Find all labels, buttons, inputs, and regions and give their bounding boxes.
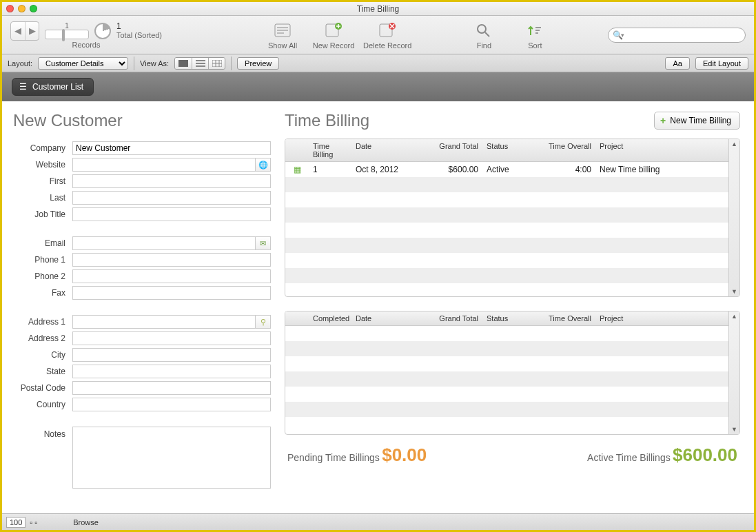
col-grandtotal: Grand Total: [413, 139, 482, 161]
show-all-label: Show All: [268, 41, 297, 50]
breadcrumb-bar: ☰ Customer List: [2, 72, 754, 101]
phone1-label: Phone 1: [13, 255, 72, 265]
scroll-down-icon: ▼: [731, 288, 737, 295]
table-header: Time Billing Date Grand Total Status Tim…: [285, 139, 728, 162]
website-input[interactable]: [72, 158, 256, 172]
company-label: Company: [13, 143, 72, 153]
map-pin-icon[interactable]: ⚲: [256, 315, 271, 329]
view-list-button[interactable]: [192, 58, 208, 69]
row-num: 1: [309, 162, 351, 177]
row-project: New Time billing: [595, 162, 728, 177]
view-form-button[interactable]: [175, 58, 192, 69]
table-scrollbar[interactable]: ▲ ▼: [728, 139, 739, 296]
billing-summary: Pending Time Billings $0.00 Active Time …: [285, 444, 740, 466]
row-total: $600.00: [413, 162, 482, 177]
postal-input[interactable]: [72, 381, 271, 395]
status-bar: 100 ▫ ▫ Browse: [2, 513, 754, 530]
customer-list-label: Customer List: [32, 82, 83, 92]
state-input[interactable]: [72, 365, 271, 378]
email-input[interactable]: [72, 236, 256, 250]
prev-record-button[interactable]: ◀: [11, 22, 25, 40]
customer-list-button[interactable]: ☰ Customer List: [12, 78, 94, 96]
phone1-input[interactable]: [72, 253, 271, 267]
country-input[interactable]: [72, 398, 271, 411]
svg-rect-2: [277, 30, 288, 31]
pending-value: $0.00: [382, 444, 427, 465]
company-input[interactable]: [72, 141, 271, 155]
svg-rect-12: [535, 32, 538, 34]
fax-input[interactable]: [72, 286, 271, 300]
svg-rect-11: [535, 30, 540, 31]
new-time-billing-button[interactable]: + New Time Billing: [654, 112, 740, 130]
show-all-button[interactable]: Show All: [261, 21, 304, 50]
address2-label: Address 2: [13, 334, 72, 343]
zoom-controls[interactable]: ▫ ▫: [30, 518, 37, 526]
scroll-up-icon: ▲: [731, 141, 737, 147]
layout-select[interactable]: Customer Details: [38, 57, 128, 70]
active-value: $600.00: [673, 444, 737, 465]
table-row[interactable]: ▦ 1 Oct 8, 2012 $600.00 Active 4:00 New …: [285, 162, 728, 177]
svg-point-8: [478, 25, 486, 33]
col-completed: Completed: [309, 311, 351, 325]
last-label: Last: [13, 193, 72, 203]
svg-rect-3: [277, 32, 284, 34]
address2-input[interactable]: [72, 331, 271, 345]
find-label: Find: [477, 41, 491, 50]
scroll-up-icon: ▲: [731, 313, 737, 320]
address1-input[interactable]: [72, 315, 256, 329]
layout-label: Layout:: [8, 59, 32, 68]
row-time: 4:00: [535, 162, 595, 177]
col-timebilling: Time Billing: [309, 139, 351, 161]
last-input[interactable]: [72, 191, 271, 205]
pending-label: Pending Time Billings: [287, 452, 380, 463]
col-timeoverall: Time Overall: [535, 139, 595, 161]
svg-rect-14: [196, 60, 205, 61]
viewas-label: View As:: [140, 59, 169, 68]
notes-input[interactable]: [72, 427, 271, 489]
phone2-label: Phone 2: [13, 272, 72, 281]
svg-rect-15: [196, 63, 205, 64]
time-billing-panel: Time Billing + New Time Billing Time Bil…: [285, 101, 754, 513]
search-field[interactable]: 🔍 ▾: [608, 28, 746, 43]
aa-button[interactable]: Aa: [665, 57, 689, 70]
sort-button[interactable]: Sort: [513, 21, 556, 50]
col-timeoverall: Time Overall: [535, 311, 595, 325]
jobtitle-input[interactable]: [72, 207, 271, 221]
globe-icon[interactable]: 🌐: [256, 158, 271, 172]
col-grandtotal: Grand Total: [413, 311, 482, 325]
completed-billing-table: Completed Date Grand Total Status Time O…: [285, 311, 740, 435]
city-input[interactable]: [72, 348, 271, 362]
search-menu-chevron-icon: ▾: [621, 32, 624, 39]
delete-record-button[interactable]: Delete Record: [363, 21, 411, 50]
city-label: City: [13, 350, 72, 360]
preview-button[interactable]: Preview: [237, 57, 279, 70]
col-status: Status: [482, 139, 535, 161]
find-icon: [476, 23, 492, 38]
layout-bar: Layout: Customer Details View As: Previe…: [2, 54, 754, 72]
find-button[interactable]: Find: [462, 21, 505, 50]
record-count: 1: [116, 22, 162, 31]
new-record-icon: [325, 23, 343, 38]
new-record-button[interactable]: New Record: [312, 21, 355, 50]
record-slider-value: 1: [65, 22, 69, 30]
website-label: Website: [13, 160, 72, 170]
email-icon[interactable]: ✉: [256, 236, 271, 250]
view-table-button[interactable]: [208, 58, 225, 69]
record-slider[interactable]: [45, 30, 89, 39]
row-status: Active: [482, 162, 535, 177]
table-scrollbar[interactable]: ▲ ▼: [728, 311, 739, 434]
record-nav: ◀ ▶: [10, 21, 39, 41]
email-label: Email: [13, 238, 72, 248]
col-status: Status: [482, 311, 535, 325]
mode-label: Browse: [73, 518, 99, 526]
first-input[interactable]: [72, 174, 271, 188]
view-as-buttons: [174, 57, 225, 70]
zoom-value[interactable]: 100: [6, 517, 25, 528]
phone2-input[interactable]: [72, 269, 271, 283]
col-project: Project: [595, 139, 728, 161]
next-record-button[interactable]: ▶: [25, 22, 39, 40]
col-date: Date: [351, 139, 413, 161]
record-total-label: Total (Sorted): [116, 31, 162, 39]
edit-layout-button[interactable]: Edit Layout: [695, 57, 748, 70]
country-label: Country: [13, 400, 72, 409]
